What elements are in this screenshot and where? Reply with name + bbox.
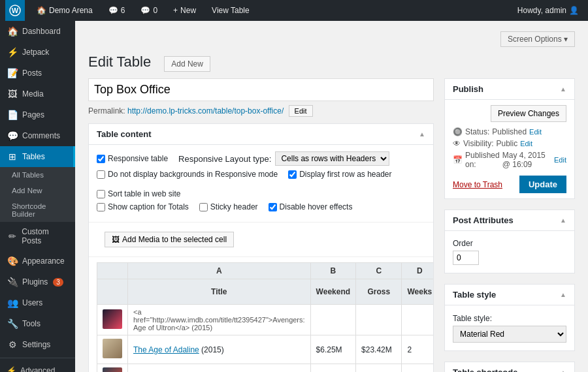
move-to-trash-link[interactable]: Move to Trash — [453, 180, 502, 189]
sidebar-item-dashboard[interactable]: 🏠 Dashboard — [0, 21, 75, 42]
site-name[interactable]: 🏠 Demo Arena — [33, 0, 97, 21]
visibility-info: 👁 Visibility: Public Edit — [453, 139, 566, 148]
users-icon: 👥 — [7, 298, 18, 308]
responsive-layout-select[interactable]: Cells as rows with Headers — [275, 151, 389, 166]
side-column: Publish ▲ Preview Changes 🔘 Status: Publ… — [444, 78, 575, 372]
thumb-avengers — [103, 309, 122, 329]
table-row: Furious Seven (2015) $6.11M $330.54M 5 ★… — [97, 364, 434, 373]
post-attributes-box: Post Attributes ▲ Order — [444, 209, 575, 273]
wp-logo[interactable]: W — [5, 0, 25, 21]
table-shortcode-header[interactable]: Table shortcode ▲ — [445, 362, 574, 372]
submenu-all-tables[interactable]: All Tables — [0, 167, 75, 183]
sidebar-item-pages[interactable]: 📄 Pages — [0, 104, 75, 125]
table-shortcode-toggle-icon: ▲ — [560, 369, 566, 372]
comments-count[interactable]: 💬 6 — [105, 0, 129, 21]
no-backgrounds-checkbox[interactable]: Do not display backgrounds in Responsive… — [97, 170, 278, 179]
howdy-user[interactable]: Howdy, admin 👤 — [514, 0, 583, 21]
row-weeks-cell: 2 — [402, 335, 433, 364]
row-title-cell[interactable]: The Age of Adaline (2015) — [128, 335, 311, 364]
row-weekend-cell: $6.11M — [310, 364, 355, 373]
sort-table-checkbox[interactable]: Sort table in web site — [97, 189, 180, 198]
new-content[interactable]: + New — [169, 0, 200, 21]
publish-title: Publish — [453, 84, 483, 94]
comments-menu-icon: 💬 — [7, 131, 18, 141]
col-a[interactable]: A — [128, 263, 311, 279]
table-row: <a href="http://www.imdb.com/title/tt239… — [97, 305, 434, 335]
media-icon: 🖼 — [7, 89, 18, 99]
visibility-edit-link[interactable]: Edit — [520, 140, 532, 147]
plus-icon: + — [173, 6, 178, 15]
data-table: A B C D E F Title — [97, 262, 433, 372]
table-area: A B C D E F Title — [89, 257, 433, 372]
sidebar-item-settings[interactable]: ⚙ Settings — [0, 334, 75, 355]
sidebar-item-appearance[interactable]: 🎨 Appearance — [0, 251, 75, 271]
table-style-body: Table style: Material Red Default Bootst… — [445, 305, 574, 350]
table-content-header[interactable]: Table content ▲ — [89, 124, 433, 145]
row-thumb-cell — [97, 364, 128, 373]
sidebar-item-users[interactable]: 👥 Users — [0, 292, 75, 313]
sidebar-item-jetpack[interactable]: ⚡ Jetpack — [0, 42, 75, 63]
order-input[interactable] — [453, 251, 479, 265]
update-button[interactable]: Update — [519, 176, 566, 193]
responsive-table-checkbox[interactable]: Responsive table — [97, 154, 168, 163]
row-title-cell[interactable]: <a href="http://www.imdb.com/title/tt239… — [128, 305, 311, 335]
responsive-layout-select-group: Responsive Layout type: Cells as rows wi… — [178, 151, 389, 166]
table-row: The Age of Adaline (2015) $6.25M $23.42M… — [97, 335, 434, 364]
admin-sidebar: 🏠 Dashboard ⚡ Jetpack 📝 Posts 🖼 Media 📄 … — [0, 21, 75, 372]
add-new-button[interactable]: Add New — [164, 56, 210, 72]
sidebar-item-comments[interactable]: 💬 Comments — [0, 125, 75, 146]
sidebar-item-media[interactable]: 🖼 Media — [0, 84, 75, 104]
table-style-select[interactable]: Material Red Default Bootstrap Datatable… — [453, 326, 566, 343]
publish-box: Publish ▲ Preview Changes 🔘 Status: Publ… — [444, 78, 575, 199]
row-gross-cell — [356, 305, 402, 335]
row-num-header — [97, 279, 128, 305]
sticky-header-checkbox[interactable]: Sticky header — [199, 202, 258, 211]
sidebar-item-posts[interactable]: 📝 Posts — [0, 63, 75, 84]
table-title-input[interactable] — [88, 78, 434, 101]
status-icon: 🔘 — [453, 127, 463, 136]
submenu-shortcode-builder[interactable]: Shortcode Builder — [0, 198, 75, 222]
sidebar-item-plugins[interactable]: 🔌 Plugins 3 — [0, 271, 75, 292]
visibility-icon: 👁 — [453, 139, 461, 148]
posts-icon: 📝 — [7, 68, 18, 78]
publish-toggle-icon: ▲ — [560, 85, 566, 93]
row-title-cell[interactable]: Furious Seven (2015) — [128, 364, 311, 373]
sidebar-item-advanced-recent-posts[interactable]: ⚡ Advanced Recent Posts — [0, 361, 75, 372]
view-table[interactable]: View Table — [208, 0, 253, 21]
publish-actions: Move to Trash Update — [453, 176, 566, 193]
col-c[interactable]: C — [356, 263, 402, 279]
post-attributes-header[interactable]: Post Attributes ▲ — [445, 210, 574, 231]
sidebar-item-tools[interactable]: 🔧 Tools — [0, 313, 75, 334]
post-attributes-body: Order — [445, 231, 574, 273]
permalink-edit-button[interactable]: Edit — [289, 105, 313, 117]
site-icon: 🏠 — [37, 6, 46, 15]
table-style-header[interactable]: Table style ▲ — [445, 285, 574, 305]
comment-bubble[interactable]: 💬 0 — [137, 0, 161, 21]
sidebar-item-tables[interactable]: ⊞ Tables — [0, 146, 75, 167]
screen-options-bar: Screen Options ▾ — [88, 27, 575, 51]
add-media-button[interactable]: 🖼 Add Media to the selected cell — [105, 232, 234, 247]
preview-changes-button[interactable]: Preview Changes — [491, 105, 566, 122]
table-style-toggle-icon: ▲ — [560, 291, 566, 298]
published-on-edit-link[interactable]: Edit — [554, 156, 566, 164]
status-info: 🔘 Status: Published Edit — [453, 127, 566, 136]
permalink-link[interactable]: http://demo.lp-tricks.com/table/top-box-… — [127, 106, 284, 116]
col-d[interactable]: D — [402, 263, 433, 279]
col-b[interactable]: B — [310, 263, 355, 279]
disable-hover-checkbox[interactable]: Disable hover effects — [269, 202, 353, 211]
row-gross-cell: $330.54M — [356, 364, 402, 373]
show-caption-checkbox[interactable]: Show caption for Totals — [97, 202, 189, 211]
table-style-label: Table style: — [453, 314, 492, 323]
comments-icon: 💬 — [108, 6, 118, 15]
submenu-add-new[interactable]: Add New — [0, 183, 75, 198]
tables-submenu: All Tables Add New Shortcode Builder — [0, 167, 75, 222]
publish-header[interactable]: Publish ▲ — [445, 79, 574, 100]
status-edit-link[interactable]: Edit — [529, 128, 542, 136]
sidebar-item-custom-posts[interactable]: ✏ Custom Posts — [0, 222, 75, 251]
screen-options-button[interactable]: Screen Options ▾ — [500, 31, 575, 47]
order-label: Order — [453, 239, 566, 248]
adv-recent-posts-icon: ⚡ — [7, 366, 16, 372]
display-first-row-checkbox[interactable]: Display first row as header — [288, 170, 391, 179]
col-weeks-header: Weeks — [402, 279, 433, 305]
table-style-box: Table style ▲ Table style: Material Red … — [444, 284, 575, 351]
